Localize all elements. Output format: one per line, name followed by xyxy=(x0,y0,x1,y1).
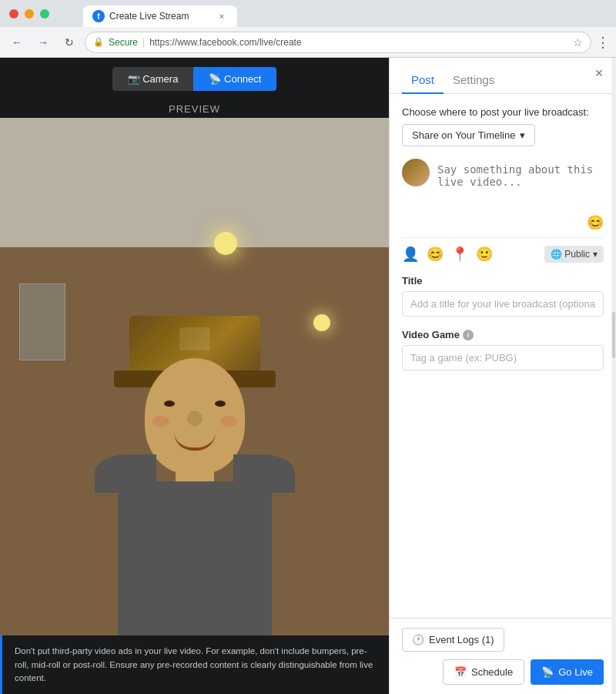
camera-mode-button[interactable]: 📷 Camera xyxy=(112,67,194,91)
mode-buttons: 📷 Camera 📡 Connect xyxy=(0,58,389,100)
panel-footer: 🕐 Event Logs (1) 📅 Schedule 📡 Go Live xyxy=(390,618,616,694)
broadcast-label: Choose where to post your live broadcast… xyxy=(402,106,604,118)
warning-text: Don't put third-party video ads in your … xyxy=(15,646,373,682)
chrome-menu-btn[interactable]: ⋮ xyxy=(596,34,610,51)
clock-icon: 🕐 xyxy=(412,634,424,645)
privacy-label: 🌐 Public xyxy=(551,249,590,260)
left-eye xyxy=(164,401,175,407)
mouth xyxy=(173,431,216,451)
left-cheek xyxy=(152,416,169,427)
shirt xyxy=(118,481,272,635)
video-game-field-group: Video Game i xyxy=(402,329,604,370)
refresh-button[interactable]: ↻ xyxy=(59,32,80,53)
address-bar[interactable]: 🔒 Secure | https://www.facebook.com/live… xyxy=(85,32,591,53)
lock-icon: 🔒 xyxy=(93,37,104,47)
title-input[interactable] xyxy=(402,291,604,317)
dropdown-chevron-icon: ▾ xyxy=(520,129,525,141)
privacy-chevron-icon: ▾ xyxy=(593,249,598,260)
tab-title: Create Live Stream xyxy=(109,11,189,22)
share-dropdown[interactable]: Share on Your Timeline ▾ xyxy=(402,124,535,146)
maximize-window-btn[interactable] xyxy=(40,9,49,18)
secure-label: Secure xyxy=(109,37,138,48)
emoji-button[interactable]: 😊 xyxy=(402,214,604,231)
event-logs-area: 🕐 Event Logs (1) xyxy=(402,628,604,652)
right-cheek xyxy=(220,416,237,427)
schedule-button[interactable]: 📅 Schedule xyxy=(443,659,524,685)
page-content: 📷 Camera 📡 Connect PREVIEW xyxy=(0,58,616,694)
eyes xyxy=(164,401,226,407)
person-figure xyxy=(79,196,310,635)
broadcast-icon: 📡 xyxy=(541,666,554,678)
right-panel: × Post Settings Choose where to post you… xyxy=(389,58,616,694)
footer-actions: 📅 Schedule 📡 Go Live xyxy=(402,659,604,685)
tab-bar: Post Settings xyxy=(390,58,616,94)
warning-bar: Don't put third-party video ads in your … xyxy=(0,635,389,694)
avatar xyxy=(402,159,430,186)
minimize-window-btn[interactable] xyxy=(25,9,34,18)
event-logs-label: Event Logs (1) xyxy=(429,634,494,645)
bookmark-icon[interactable]: ☆ xyxy=(573,36,583,49)
video-game-label: Video Game i xyxy=(402,329,604,340)
panel-body: Choose where to post your live broadcast… xyxy=(390,94,616,618)
close-window-btn[interactable] xyxy=(9,9,18,18)
nose xyxy=(187,411,203,426)
forward-button[interactable]: → xyxy=(32,32,54,53)
url-display: https://www.facebook.com/live/create xyxy=(149,37,301,48)
preview-label: PREVIEW xyxy=(0,100,389,118)
sticker-icon[interactable]: 🙂 xyxy=(476,246,493,263)
privacy-button[interactable]: 🌐 Public ▾ xyxy=(544,246,604,263)
location-icon[interactable]: 📍 xyxy=(451,246,468,263)
hat-logo xyxy=(179,327,210,350)
left-panel: 📷 Camera 📡 Connect PREVIEW xyxy=(0,58,389,694)
composer-textarea[interactable] xyxy=(437,159,604,205)
tab-post[interactable]: Post xyxy=(402,67,444,94)
title-field-group: Title xyxy=(402,275,604,317)
active-tab[interactable]: f Create Live Stream × xyxy=(83,5,237,27)
panel-close-button[interactable]: × xyxy=(590,64,608,82)
camera-feed xyxy=(0,118,389,635)
video-game-label-text: Video Game xyxy=(402,329,460,340)
calendar-icon: 📅 xyxy=(454,666,467,678)
video-game-info-icon[interactable]: i xyxy=(463,330,474,340)
chrome-toolbar: ← → ↻ 🔒 Secure | https://www.facebook.co… xyxy=(0,27,616,58)
schedule-label: Schedule xyxy=(471,666,513,678)
titlebar: f Create Live Stream × xyxy=(0,0,616,27)
tab-close-btn[interactable]: × xyxy=(216,10,228,22)
tag-people-icon[interactable]: 👤 xyxy=(402,246,419,263)
chrome-browser: f Create Live Stream × ← → ↻ 🔒 Secure | … xyxy=(0,0,616,694)
tab-bar: f Create Live Stream × xyxy=(83,0,237,27)
share-dropdown-label: Share on Your Timeline xyxy=(412,129,515,141)
background-door xyxy=(19,283,65,360)
feeling-icon[interactable]: 😊 xyxy=(427,246,444,263)
right-eye xyxy=(215,401,226,407)
video-game-input[interactable] xyxy=(402,345,604,370)
scrollbar-thumb[interactable] xyxy=(612,312,615,358)
tab-settings[interactable]: Settings xyxy=(444,67,504,94)
favicon: f xyxy=(92,10,105,22)
back-button[interactable]: ← xyxy=(6,32,28,53)
head xyxy=(145,358,245,474)
title-label: Title xyxy=(402,275,604,287)
post-composer xyxy=(402,159,604,205)
composer-toolbar: 👤 😊 📍 🙂 🌐 Public ▾ xyxy=(402,237,604,263)
go-live-label: Go Live xyxy=(558,666,593,678)
connect-mode-button[interactable]: 📡 Connect xyxy=(193,67,276,91)
event-logs-button[interactable]: 🕐 Event Logs (1) xyxy=(402,628,504,652)
go-live-button[interactable]: 📡 Go Live xyxy=(531,659,604,685)
video-preview-area xyxy=(0,118,389,635)
separator: | xyxy=(142,37,145,48)
